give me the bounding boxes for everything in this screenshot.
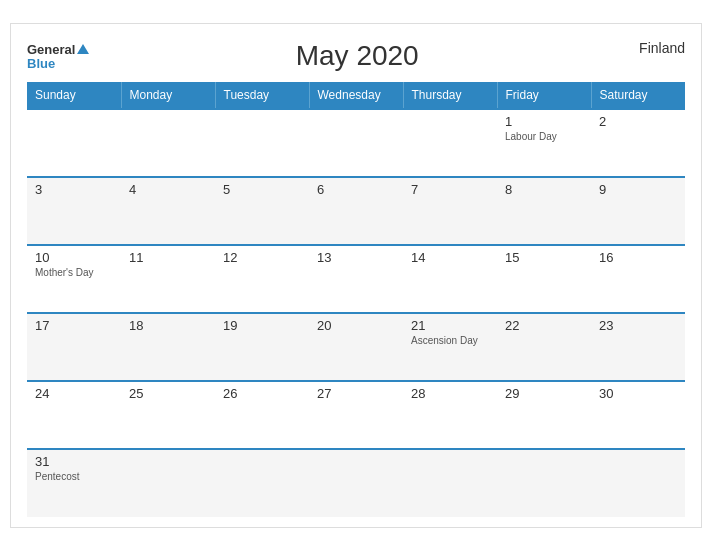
day-number: 18	[129, 318, 207, 333]
day-event: Ascension Day	[411, 335, 489, 346]
day-number: 13	[317, 250, 395, 265]
calendar-week-row: 24252627282930	[27, 381, 685, 449]
calendar-week-row: 31Pentecost	[27, 449, 685, 517]
calendar-cell	[309, 109, 403, 177]
weekday-header: Saturday	[591, 82, 685, 109]
calendar-cell: 25	[121, 381, 215, 449]
calendar-week-row: 1Labour Day2	[27, 109, 685, 177]
day-number: 2	[599, 114, 677, 129]
calendar-cell	[215, 109, 309, 177]
logo-triangle-icon	[77, 44, 89, 54]
day-number: 27	[317, 386, 395, 401]
calendar-cell: 14	[403, 245, 497, 313]
day-number: 14	[411, 250, 489, 265]
day-number: 3	[35, 182, 113, 197]
day-number: 1	[505, 114, 583, 129]
day-number: 7	[411, 182, 489, 197]
calendar-cell: 7	[403, 177, 497, 245]
day-number: 26	[223, 386, 301, 401]
calendar-country: Finland	[625, 40, 685, 56]
logo: General Blue	[27, 40, 89, 72]
day-number: 22	[505, 318, 583, 333]
calendar-cell	[215, 449, 309, 517]
calendar-cell	[121, 449, 215, 517]
calendar-cell: 16	[591, 245, 685, 313]
weekday-header: Friday	[497, 82, 591, 109]
calendar-cell: 15	[497, 245, 591, 313]
day-number: 20	[317, 318, 395, 333]
calendar-cell: 29	[497, 381, 591, 449]
calendar-cell: 3	[27, 177, 121, 245]
calendar-cell: 17	[27, 313, 121, 381]
calendar-cell: 13	[309, 245, 403, 313]
logo-general: General	[27, 40, 89, 58]
weekday-header: Wednesday	[309, 82, 403, 109]
day-event: Pentecost	[35, 471, 113, 482]
calendar-cell: 2	[591, 109, 685, 177]
calendar-cell	[403, 109, 497, 177]
calendar-cell: 31Pentecost	[27, 449, 121, 517]
calendar-cell: 5	[215, 177, 309, 245]
day-event: Labour Day	[505, 131, 583, 142]
calendar-cell: 26	[215, 381, 309, 449]
calendar-cell: 6	[309, 177, 403, 245]
calendar-cell	[403, 449, 497, 517]
calendar-week-row: 3456789	[27, 177, 685, 245]
calendar-cell: 1Labour Day	[497, 109, 591, 177]
day-number: 30	[599, 386, 677, 401]
calendar-cell: 10Mother's Day	[27, 245, 121, 313]
weekday-header-row: SundayMondayTuesdayWednesdayThursdayFrid…	[27, 82, 685, 109]
day-number: 8	[505, 182, 583, 197]
calendar-cell: 27	[309, 381, 403, 449]
calendar-title: May 2020	[89, 40, 625, 72]
calendar-cell	[309, 449, 403, 517]
day-number: 24	[35, 386, 113, 401]
day-number: 25	[129, 386, 207, 401]
weekday-header: Sunday	[27, 82, 121, 109]
day-number: 31	[35, 454, 113, 469]
calendar-cell: 30	[591, 381, 685, 449]
day-number: 11	[129, 250, 207, 265]
calendar-cell: 23	[591, 313, 685, 381]
day-number: 10	[35, 250, 113, 265]
calendar-cell: 20	[309, 313, 403, 381]
weekday-header: Monday	[121, 82, 215, 109]
calendar-cell: 28	[403, 381, 497, 449]
calendar-cell: 22	[497, 313, 591, 381]
calendar-table: SundayMondayTuesdayWednesdayThursdayFrid…	[27, 82, 685, 517]
calendar-week-row: 1718192021Ascension Day2223	[27, 313, 685, 381]
calendar-cell	[591, 449, 685, 517]
calendar-cell	[497, 449, 591, 517]
calendar-cell: 8	[497, 177, 591, 245]
day-number: 16	[599, 250, 677, 265]
day-number: 15	[505, 250, 583, 265]
logo-blue: Blue	[27, 57, 89, 71]
weekday-header: Thursday	[403, 82, 497, 109]
day-number: 17	[35, 318, 113, 333]
day-number: 4	[129, 182, 207, 197]
calendar-header: General Blue May 2020 Finland	[27, 40, 685, 72]
day-event: Mother's Day	[35, 267, 113, 278]
day-number: 21	[411, 318, 489, 333]
day-number: 12	[223, 250, 301, 265]
calendar-cell: 24	[27, 381, 121, 449]
calendar-cell: 4	[121, 177, 215, 245]
weekday-header: Tuesday	[215, 82, 309, 109]
day-number: 19	[223, 318, 301, 333]
day-number: 23	[599, 318, 677, 333]
calendar-container: General Blue May 2020 Finland SundayMond…	[10, 23, 702, 528]
calendar-cell: 18	[121, 313, 215, 381]
calendar-cell	[27, 109, 121, 177]
calendar-cell: 11	[121, 245, 215, 313]
day-number: 29	[505, 386, 583, 401]
calendar-week-row: 10Mother's Day111213141516	[27, 245, 685, 313]
day-number: 6	[317, 182, 395, 197]
calendar-cell: 19	[215, 313, 309, 381]
calendar-cell: 21Ascension Day	[403, 313, 497, 381]
calendar-cell: 12	[215, 245, 309, 313]
calendar-cell: 9	[591, 177, 685, 245]
calendar-cell	[121, 109, 215, 177]
day-number: 28	[411, 386, 489, 401]
day-number: 5	[223, 182, 301, 197]
day-number: 9	[599, 182, 677, 197]
